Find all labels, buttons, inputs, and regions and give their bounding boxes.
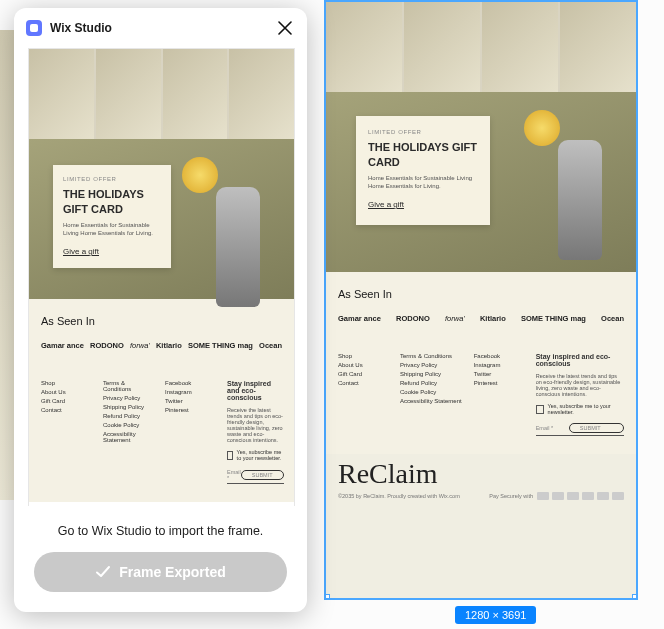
as-seen-in-heading: As Seen In xyxy=(338,288,624,300)
hero-offer-card: LIMITED OFFER THE HOLIDAYS GIFT CARD Hom… xyxy=(356,116,490,225)
footer-link[interactable]: Instagram xyxy=(474,362,524,368)
footer-link[interactable]: Contact xyxy=(338,380,388,386)
footer-link[interactable]: Terms & Conditions xyxy=(400,353,462,359)
newsletter-block: Stay inspired and eco-conscious Receive … xyxy=(536,353,624,436)
dialog-title: Wix Studio xyxy=(50,21,267,35)
press-logos: Gamar ance RODONO forwa' Kitlario SOME T… xyxy=(338,314,624,323)
brand-wordmark: ReClaim xyxy=(326,454,636,492)
hero-cta-link[interactable]: Give a gift xyxy=(368,200,478,211)
email-field[interactable]: Email * xyxy=(536,425,569,431)
footer-link[interactable]: Privacy Policy xyxy=(400,362,462,368)
dialog-message: Go to Wix Studio to import the frame. xyxy=(34,524,287,538)
as-seen-in-section: As Seen In Gamar ance RODONO forwa' Kitl… xyxy=(326,272,636,341)
hero-section: LIMITED OFFER THE HOLIDAYS GIFT CARD Hom… xyxy=(326,92,636,272)
close-button[interactable] xyxy=(275,18,295,38)
wix-studio-dialog: Wix Studio LIMITED OFFER THE HOLIDAYS GI… xyxy=(14,8,307,612)
selection-size-badge: 1280 × 3691 xyxy=(455,606,536,624)
pay-label: Pay Securely with xyxy=(489,493,533,499)
submit-button[interactable]: SUBMIT xyxy=(569,423,624,433)
credit-text: ©2035 by ReClaim. Proudly created with W… xyxy=(338,493,460,499)
selected-frame[interactable]: LIMITED OFFER THE HOLIDAYS GIFT CARD Hom… xyxy=(324,0,638,600)
newsletter-heading: Stay inspired and eco-conscious xyxy=(536,353,624,367)
check-icon xyxy=(95,564,111,580)
footer-link[interactable]: Twitter xyxy=(474,371,524,377)
dialog-footer: Go to Wix Studio to import the frame. Fr… xyxy=(14,506,307,612)
footer-link[interactable]: Cookie Policy xyxy=(400,389,462,395)
payment-icons xyxy=(537,492,624,500)
subscribe-checkbox[interactable] xyxy=(536,405,544,414)
press-logo: SOME THING mag xyxy=(521,314,586,323)
close-icon xyxy=(278,21,292,35)
dialog-header: Wix Studio xyxy=(14,8,307,48)
cta-label: Frame Exported xyxy=(119,564,226,580)
dialog-preview: LIMITED OFFER THE HOLIDAYS GIFT CARD Hom… xyxy=(14,48,307,506)
wix-studio-logo-icon xyxy=(26,20,42,36)
bottle-graphic xyxy=(558,140,602,260)
footer-links: Shop About Us Gift Card Contact Terms & … xyxy=(326,341,636,454)
press-logo: Ocean xyxy=(601,314,624,323)
press-logo: Kitlario xyxy=(480,314,506,323)
footer-link[interactable]: Facebook xyxy=(474,353,524,359)
footer-link[interactable]: Gift Card xyxy=(338,371,388,377)
press-logo: RODONO xyxy=(396,314,430,323)
footer-link[interactable]: Accessibility Statement xyxy=(400,398,462,404)
lemon-graphic xyxy=(524,110,560,146)
subscribe-label: Yes, subscribe me to your newsletter. xyxy=(548,403,624,415)
image-strip xyxy=(326,2,636,92)
newsletter-blurb: Receive the latest trends and tips on ec… xyxy=(536,373,624,397)
hero-overline: LIMITED OFFER xyxy=(368,128,478,136)
footer-link[interactable]: Shipping Policy xyxy=(400,371,462,377)
footer-link[interactable]: Refund Policy xyxy=(400,380,462,386)
footer-link[interactable]: Pinterest xyxy=(474,380,524,386)
hero-sub: Home Essentials for Sustainable Living H… xyxy=(368,174,478,190)
press-logo: Gamar ance xyxy=(338,314,381,323)
credit-row: ©2035 by ReClaim. Proudly created with W… xyxy=(326,492,636,510)
press-logo: forwa' xyxy=(445,314,465,323)
footer-link[interactable]: Shop xyxy=(338,353,388,359)
frame-exported-button[interactable]: Frame Exported xyxy=(34,552,287,592)
hero-heading: THE HOLIDAYS GIFT CARD xyxy=(368,140,478,170)
landing-preview: LIMITED OFFER THE HOLIDAYS GIFT CARD Hom… xyxy=(326,2,636,510)
footer-link[interactable]: About Us xyxy=(338,362,388,368)
